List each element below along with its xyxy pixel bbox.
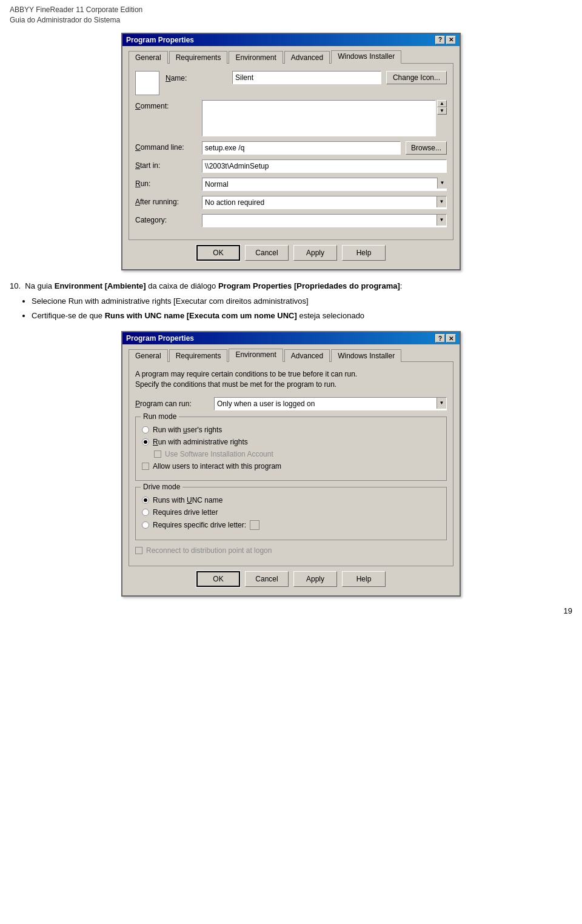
radio-drive-letter-btn[interactable] [142,509,149,516]
run-row: Run: Normal ▼ [135,178,447,191]
software-install-label: Use Software Installation Account [165,450,273,458]
run-select-text[interactable]: Normal ▼ [202,178,447,191]
run-label: Run: [135,178,202,188]
after-running-select-wrapper: No action required ▼ [202,196,447,209]
radio-user-rights-btn[interactable] [142,426,149,434]
after-running-row: After running: No action required ▼ [135,196,447,209]
category-arrow[interactable]: ▼ [436,215,446,226]
name-input[interactable] [232,71,381,84]
radio-user-rights-label: Run with user's rights [153,426,222,434]
dialog1-apply-button[interactable]: Apply [293,245,337,261]
command-line-input[interactable] [202,141,401,155]
reconnect-checkbox[interactable] [135,547,142,554]
dialog2-title: Program Properties [126,334,194,343]
dialog1-tab-content: Name: Change Icon... Comment: ▲ ▼ [129,63,453,240]
program-can-run-select: Only when a user is logged on ▼ [214,397,447,410]
drive-mode-legend: Drive mode [141,483,182,491]
dialog1-cancel-button[interactable]: Cancel [245,245,289,261]
start-in-label: Start in: [135,159,202,170]
name-label: Name: [166,72,232,82]
dialog2-titlebar: Program Properties ? ✕ [122,332,460,344]
run-mode-legend: Run mode [141,412,179,421]
dialog1-titlebar-buttons: ? ✕ [435,36,456,44]
comment-row: Comment: ▲ ▼ [135,100,447,136]
dialog2-cancel-button[interactable]: Cancel [245,571,289,587]
dialog1-title: Program Properties [126,36,194,44]
narrative-env-bold: Environment [Ambiente] [55,281,146,290]
comment-label: Comment: [135,100,202,110]
tab-windows-installer[interactable]: Windows Installer [331,50,401,64]
narrative-intro: 10. Na guia Environment [Ambiente] da ca… [10,280,572,292]
radio-unc-btn[interactable] [142,497,149,504]
software-install-checkbox[interactable] [154,450,161,458]
tab2-environment[interactable]: Environment [229,349,283,362]
run-mode-group: Run mode Run with user's rights Run with… [135,417,447,481]
tab2-requirements[interactable]: Requirements [169,349,228,362]
dialog1-window: Program Properties ? ✕ General Requireme… [121,33,461,270]
tab2-advanced[interactable]: Advanced [284,349,330,362]
reconnect-row: Reconnect to distribution point at logon [135,546,447,555]
name-row: Name: Change Icon... [135,71,447,95]
radio-admin-rights-btn[interactable] [142,438,149,446]
header-line1: ABBYY FineReader 11 Corporate Edition [10,5,572,15]
dialog2-help-button[interactable]: Help [342,571,386,587]
start-in-input[interactable] [202,159,447,173]
env-desc-line1: A program may require certain conditions… [135,369,447,380]
narrative-section: 10. Na guia Environment [Ambiente] da ca… [10,280,572,322]
reconnect-label: Reconnect to distribution point at logon [146,546,272,555]
dialog1-help-button[interactable]: Help [342,245,386,261]
tab-advanced[interactable]: Advanced [284,51,330,64]
checkbox-allow-interact: Allow users to interact with this progra… [142,462,440,470]
after-running-label: After running: [135,196,202,206]
run-select-arrow[interactable]: ▼ [437,178,447,189]
radio-specific-drive-btn[interactable] [142,521,149,529]
category-select-text[interactable]: ▼ [202,214,447,227]
after-running-select-text[interactable]: No action required ▼ [202,196,447,209]
dialog2-close-btn[interactable]: ✕ [446,334,456,343]
env-desc-line2: Specify the conditions that must be met … [135,380,447,390]
dialog2-apply-button[interactable]: Apply [293,571,337,587]
radio-user-rights: Run with user's rights [142,426,440,434]
specific-drive-checkbox[interactable] [250,520,259,530]
program-can-run-arrow[interactable]: ▼ [436,398,446,409]
dialog2-ok-button[interactable]: OK [196,571,240,587]
category-label: Category: [135,214,202,224]
tab2-windows-installer[interactable]: Windows Installer [331,349,401,362]
radio-unc-label: Runs with UNC name [153,496,222,504]
radio-unc-name: Runs with UNC name [142,496,440,504]
dialog1-help-btn[interactable]: ? [435,36,445,44]
program-can-run-value: Only when a user is logged on [217,400,315,408]
dialog2-help-btn[interactable]: ? [435,334,445,343]
program-can-run-text[interactable]: Only when a user is logged on ▼ [214,397,447,410]
dialog1-content: General Requirements Environment Advance… [122,46,460,269]
env-description: A program may require certain conditions… [135,369,447,390]
allow-interact-checkbox[interactable] [142,463,149,470]
tab2-general[interactable]: General [129,349,168,362]
after-running-arrow[interactable]: ▼ [436,196,446,207]
dialog1-close-btn[interactable]: ✕ [446,36,456,44]
program-can-run-label: Program can run: [135,400,214,408]
dialog2-tab-content: A program may require certain conditions… [129,361,453,566]
drive-mode-group: Drive mode Runs with UNC name Requires d… [135,487,447,540]
run-select-wrapper: Normal ▼ [202,178,447,191]
command-line-label: Command line: [135,141,202,152]
dialog1-ok-button[interactable]: OK [196,245,240,261]
radio-drive-letter-label: Requires drive letter [153,508,218,517]
header-line2: Guia do Administrador do Sistema [10,15,572,25]
radio-admin-rights: Run with administrative rights [142,438,440,446]
change-icon-button[interactable]: Change Icon... [386,71,447,84]
tab-requirements[interactable]: Requirements [169,51,228,64]
command-line-row: Command line: Browse... [135,141,447,155]
program-icon [135,71,159,95]
radio-drive-letter: Requires drive letter [142,508,440,517]
bullet1: Selecione Run with administrative rights… [32,295,572,307]
category-row: Category: ▼ [135,214,447,227]
dialog2-buttons: OK Cancel Apply Help [129,566,453,589]
start-in-row: Start in: [135,159,447,173]
bullet2: Certifique-se de que Runs with UNC name … [32,310,572,322]
tab-environment[interactable]: Environment [229,51,283,64]
comment-textarea[interactable] [202,100,436,136]
page-number: 19 [10,606,572,615]
tab-general[interactable]: General [129,51,168,64]
browse-button[interactable]: Browse... [406,141,447,155]
